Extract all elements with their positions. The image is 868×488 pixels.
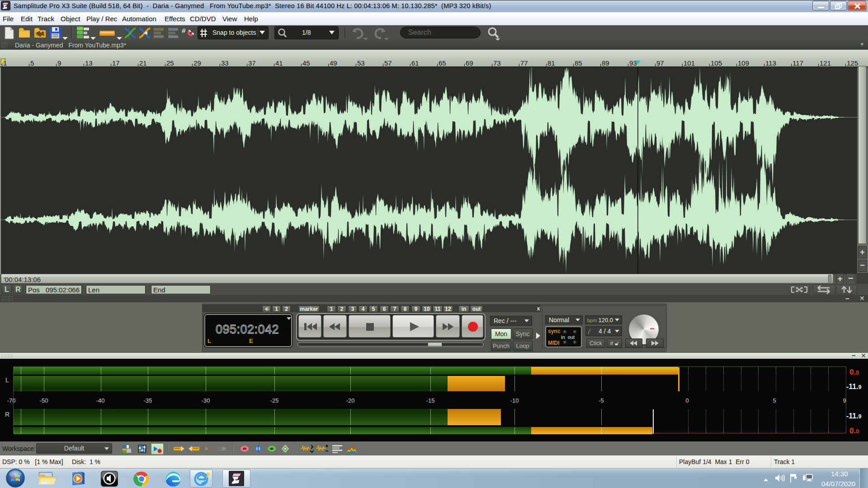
svg-text:#: # bbox=[182, 27, 186, 34]
